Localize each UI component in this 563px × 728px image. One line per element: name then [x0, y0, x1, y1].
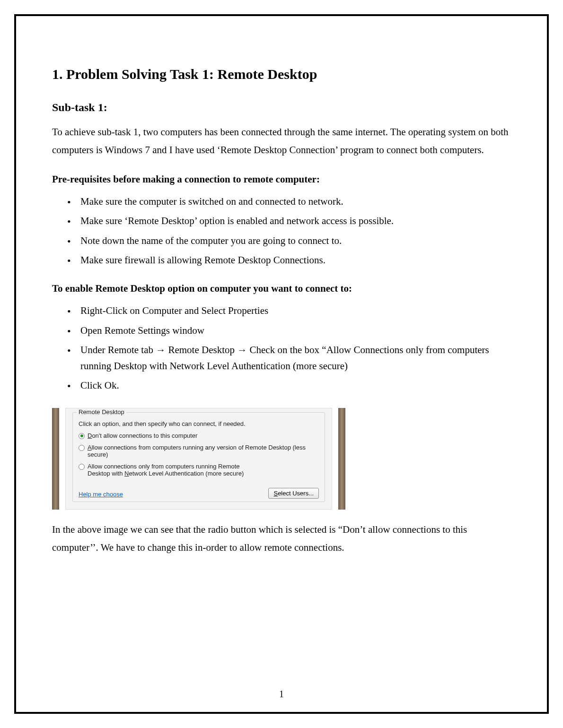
- list-item: Make sure ‘Remote Desktop’ option is ena…: [80, 213, 511, 229]
- radio-icon: [79, 445, 85, 451]
- groupbox-instruction: Click an option, and then specify who ca…: [79, 420, 319, 427]
- list-item: Open Remote Settings window: [80, 323, 511, 339]
- prereq-list: Make sure the computer is switched on an…: [52, 194, 511, 269]
- radio-label: Allow connections from computers running…: [88, 444, 319, 458]
- radio-icon: [79, 433, 85, 439]
- remote-desktop-groupbox: Remote Desktop Click an option, and then…: [72, 412, 325, 502]
- window-edge-left: [52, 408, 59, 510]
- page-number: 1: [0, 689, 563, 700]
- groupbox-legend: Remote Desktop: [77, 408, 126, 416]
- select-users-button[interactable]: Select Users...: [268, 488, 319, 499]
- intro-paragraph: To achieve sub-task 1, two computers has…: [52, 123, 511, 159]
- list-item: Right-Click on Computer and Select Prope…: [80, 303, 511, 319]
- settings-panel: Remote Desktop Click an option, and then…: [65, 408, 332, 510]
- radio-allow-any[interactable]: Allow connections from computers running…: [79, 444, 319, 458]
- list-item: Make sure firewall is allowing Remote De…: [80, 252, 511, 269]
- radio-label: Don't allow connections to this computer: [88, 432, 197, 439]
- list-item: Make sure the computer is switched on an…: [80, 194, 511, 210]
- closing-paragraph: In the above image we can see that the r…: [52, 521, 511, 557]
- page-content: 1. Problem Solving Task 1: Remote Deskto…: [52, 66, 511, 571]
- remote-desktop-screenshot: Remote Desktop Click an option, and then…: [52, 408, 345, 510]
- help-me-choose-link[interactable]: Help me choose: [79, 491, 123, 498]
- enable-heading: To enable Remote Desktop option on compu…: [52, 283, 511, 295]
- radio-dont-allow[interactable]: Don't allow connections to this computer: [79, 432, 319, 439]
- page-title: 1. Problem Solving Task 1: Remote Deskto…: [52, 66, 511, 82]
- enable-list: Right-Click on Computer and Select Prope…: [52, 303, 511, 394]
- radio-label: Allow connections only from computers ru…: [88, 463, 244, 477]
- radio-allow-nla[interactable]: Allow connections only from computers ru…: [79, 463, 319, 477]
- list-item: Note down the name of the computer you a…: [80, 233, 511, 249]
- window-edge-right: [338, 408, 345, 510]
- prereq-heading: Pre-requisites before making a connectio…: [52, 173, 511, 185]
- subtask-heading: Sub-task 1:: [52, 101, 511, 114]
- radio-icon: [79, 464, 85, 470]
- list-item: Click Ok.: [80, 378, 511, 394]
- list-item: Under Remote tab → Remote Desktop → Chec…: [80, 342, 511, 374]
